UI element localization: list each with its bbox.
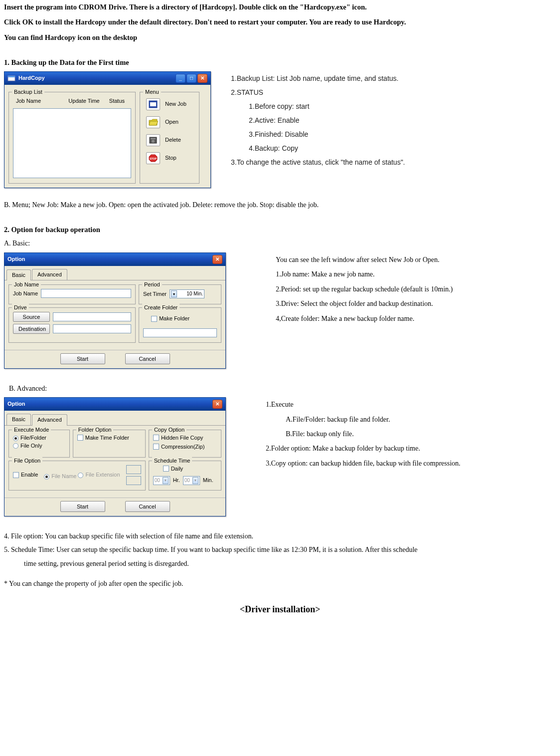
radio-on-icon — [13, 436, 18, 441]
period-legend: Period — [142, 281, 162, 288]
col-jobname: Job Name — [16, 97, 63, 105]
menu-open[interactable]: Open — [144, 113, 195, 131]
backup-list-area[interactable] — [13, 108, 131, 178]
destination-button[interactable]: Destination — [13, 324, 50, 334]
annot-change: 3.To change the active status, click "th… — [231, 155, 405, 169]
maketime-checkbox[interactable]: Make Time Folder — [77, 434, 129, 442]
menu-stop[interactable]: STOP Stop — [144, 149, 195, 167]
start-button[interactable]: Start — [60, 353, 105, 364]
copyopt-legend: Copy Option — [152, 426, 187, 434]
maketime-label: Make Time Folder — [85, 434, 129, 442]
checkbox-icon — [13, 472, 19, 478]
intro-p1: Insert the program into CDROM Drive. The… — [4, 2, 556, 12]
menu-stop-label: Stop — [165, 154, 177, 162]
zip-checkbox[interactable]: Compression(Zip) — [153, 443, 204, 451]
adv-start-button[interactable]: Start — [60, 501, 105, 512]
hr-label: Hr. — [173, 477, 180, 484]
enable-checkbox[interactable]: Enable — [13, 471, 38, 479]
source-input[interactable] — [53, 312, 131, 321]
timer-select[interactable]: ▼ 10 Min. — [170, 289, 204, 298]
createfolder-group: Create Folder Make Folder — [139, 307, 221, 342]
createfolder-legend: Create Folder — [142, 304, 180, 311]
zip-label: Compression(Zip) — [161, 443, 204, 451]
radio-filefolder[interactable]: File/Folder — [13, 434, 46, 442]
option-titlebar: Option ✕ — [4, 253, 225, 266]
minimize-button[interactable]: _ — [176, 74, 186, 83]
destination-input[interactable] — [53, 324, 131, 333]
radio-fileonly-label: File Only — [20, 442, 42, 450]
option-adv-title: Option — [7, 400, 25, 408]
annot-status-1: 1.Before copy: start — [249, 99, 405, 113]
driver-install-heading: <Driver installation> — [4, 603, 556, 616]
radio-filename: File Name — [44, 473, 76, 480]
daily-checkbox[interactable]: Daily — [163, 465, 183, 473]
adv-label: B. Advanced: — [9, 384, 556, 394]
checkbox-icon — [77, 435, 83, 441]
radio-fileext-label: File Extension — [85, 471, 120, 479]
s2-heading: 2. Option for backup operation — [4, 225, 556, 235]
tab-advanced[interactable]: Advanced — [32, 269, 67, 280]
hardcopy-titlebar: HardCopy _ □ ✕ — [4, 72, 210, 85]
s3-p1: 4. File option: You can backup specific … — [4, 531, 556, 541]
menu-new-job-label: New Job — [165, 100, 187, 108]
annot-status-4: 4.Backup: Copy — [249, 141, 405, 155]
chevron-down-icon: ▼ — [192, 477, 198, 484]
jobname-input[interactable] — [41, 289, 131, 298]
hidden-label: Hidden File Copy — [161, 434, 203, 442]
annot-status-3: 3.Finished: Disable — [249, 127, 405, 141]
option-window-basic: Option ✕ Basic Advanced Job Name Job Nam… — [4, 252, 226, 368]
adv-annot-1b: B.File: backup only file. — [286, 427, 460, 441]
close-button[interactable]: ✕ — [197, 74, 207, 83]
set-timer-label: Set Timer — [143, 289, 167, 299]
fileopt-group: File Option Enable File Name File Extens… — [8, 461, 146, 491]
daily-label: Daily — [171, 465, 183, 473]
open-icon — [146, 116, 160, 128]
checkbox-icon — [153, 435, 159, 441]
fileopt-legend: File Option — [12, 457, 42, 465]
s1-heading: 1. Backing up the Data for the First tim… — [4, 57, 556, 67]
makefolder-checkbox[interactable]: Make Folder — [151, 315, 189, 322]
fileext-input — [126, 476, 141, 485]
adv-annot-3: 3.Copy option: can backup hidden file, b… — [266, 456, 460, 471]
sched-legend: Schedule Time — [152, 457, 192, 465]
folderopt-group: Folder Option Make Time Folder — [73, 430, 146, 458]
tab-advanced-2[interactable]: Advanced — [32, 414, 67, 425]
basic-annot-3: 3.Drive: Select the object folder and ba… — [276, 296, 453, 311]
menu-delete-label: Delete — [165, 136, 181, 144]
hr-value: 00 — [155, 477, 160, 484]
radio-filename-label: File Name — [51, 473, 76, 480]
hidden-checkbox[interactable]: Hidden File Copy — [153, 434, 203, 442]
option-adv-close-button[interactable]: ✕ — [212, 400, 222, 409]
makefolder-input[interactable] — [143, 328, 217, 337]
copyopt-group: Copy Option Hidden File Copy Compression… — [149, 430, 221, 458]
period-group: Period Set Timer ▼ 10 Min. — [139, 284, 221, 304]
backup-list-legend: Backup List — [12, 88, 44, 96]
checkbox-icon — [153, 444, 159, 450]
basic-annot-0: You can see the left window after select… — [276, 252, 453, 267]
menu-new-job[interactable]: New Job — [144, 95, 195, 113]
maximize-button[interactable]: □ — [187, 74, 196, 83]
menu-desc: B. Menu; New Job: Make a new job. Open: … — [4, 200, 556, 210]
s1-annotations: 1.Backup List: List Job name, update tim… — [231, 71, 405, 169]
drive-legend: Drive — [12, 304, 29, 311]
intro-p3: You can find Hardcopy icon on the deskto… — [4, 32, 556, 42]
radio-fileonly[interactable]: File Only — [13, 442, 42, 450]
folderopt-legend: Folder Option — [76, 426, 114, 434]
basic-annot-4: 4,Create folder: Make a new backup folde… — [276, 311, 453, 326]
s3-p2b: time setting, previous general period se… — [24, 559, 556, 569]
drive-group: Drive Source Destination — [8, 307, 136, 342]
radio-off-icon — [78, 473, 83, 478]
intro-p2: Click OK to install the Hardcopy under t… — [4, 17, 556, 27]
svg-rect-3 — [150, 102, 156, 106]
svg-rect-5 — [151, 138, 156, 139]
source-button[interactable]: Source — [13, 312, 50, 322]
tab-basic[interactable]: Basic — [6, 269, 31, 280]
option-close-button[interactable]: ✕ — [212, 255, 222, 264]
stop-icon: STOP — [146, 152, 160, 164]
menu-delete[interactable]: Delete — [144, 131, 195, 149]
annot-status-2: 2.Active: Enable — [249, 113, 405, 127]
cancel-button[interactable]: Cancel — [125, 353, 170, 364]
delete-icon — [146, 134, 160, 146]
tab-basic-2[interactable]: Basic — [6, 414, 31, 425]
adv-cancel-button[interactable]: Cancel — [125, 501, 170, 512]
